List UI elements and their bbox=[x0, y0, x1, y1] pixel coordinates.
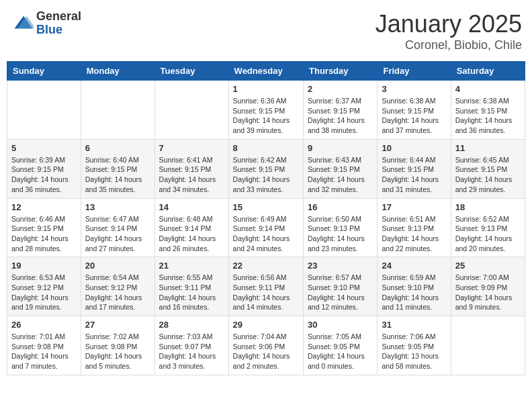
day-info: Sunrise: 6:51 AMSunset: 9:13 PMDaylight:… bbox=[382, 214, 446, 254]
calendar-cell: 5Sunrise: 6:39 AMSunset: 9:15 PMDaylight… bbox=[7, 139, 81, 198]
calendar-cell: 25Sunrise: 7:00 AMSunset: 9:09 PMDayligh… bbox=[451, 257, 525, 316]
calendar-cell: 6Sunrise: 6:40 AMSunset: 9:15 PMDaylight… bbox=[81, 139, 154, 198]
calendar-cell: 17Sunrise: 6:51 AMSunset: 9:13 PMDayligh… bbox=[378, 198, 451, 257]
calendar-cell: 22Sunrise: 6:56 AMSunset: 9:11 PMDayligh… bbox=[228, 257, 303, 316]
calendar-cell bbox=[154, 81, 228, 140]
calendar-week-row: 1Sunrise: 6:36 AMSunset: 9:15 PMDaylight… bbox=[7, 81, 525, 140]
day-info: Sunrise: 6:40 AMSunset: 9:15 PMDaylight:… bbox=[85, 155, 150, 195]
day-number: 6 bbox=[85, 143, 150, 153]
calendar-cell bbox=[7, 81, 81, 140]
weekday-header: Saturday bbox=[451, 62, 525, 81]
day-number: 1 bbox=[233, 84, 299, 94]
weekday-header: Thursday bbox=[304, 62, 378, 81]
weekday-header: Friday bbox=[378, 62, 451, 81]
calendar-cell: 20Sunrise: 6:54 AMSunset: 9:12 PMDayligh… bbox=[81, 257, 154, 316]
calendar-cell: 26Sunrise: 7:01 AMSunset: 9:08 PMDayligh… bbox=[7, 316, 81, 375]
title-section: January 2025 Coronel, Biobio, Chile bbox=[375, 10, 522, 52]
calendar-cell: 13Sunrise: 6:47 AMSunset: 9:14 PMDayligh… bbox=[81, 198, 154, 257]
day-number: 23 bbox=[308, 261, 373, 271]
calendar-cell: 19Sunrise: 6:53 AMSunset: 9:12 PMDayligh… bbox=[7, 257, 81, 316]
calendar-cell: 9Sunrise: 6:43 AMSunset: 9:15 PMDaylight… bbox=[304, 139, 378, 198]
weekday-header: Tuesday bbox=[154, 62, 228, 81]
weekday-header: Sunday bbox=[7, 62, 81, 81]
calendar-cell: 23Sunrise: 6:57 AMSunset: 9:10 PMDayligh… bbox=[304, 257, 378, 316]
calendar-week-row: 5Sunrise: 6:39 AMSunset: 9:15 PMDaylight… bbox=[7, 139, 525, 198]
day-number: 18 bbox=[455, 202, 521, 212]
day-number: 17 bbox=[382, 202, 446, 212]
weekday-header: Monday bbox=[81, 62, 154, 81]
day-number: 10 bbox=[382, 143, 446, 153]
page-header: General Blue January 2025 Coronel, Biobi… bbox=[7, 7, 525, 56]
day-number: 29 bbox=[233, 320, 299, 330]
calendar-week-row: 26Sunrise: 7:01 AMSunset: 9:08 PMDayligh… bbox=[7, 316, 525, 375]
day-info: Sunrise: 7:04 AMSunset: 9:06 PMDaylight:… bbox=[233, 332, 299, 371]
calendar-cell: 7Sunrise: 6:41 AMSunset: 9:15 PMDaylight… bbox=[154, 139, 228, 198]
day-info: Sunrise: 7:03 AMSunset: 9:07 PMDaylight:… bbox=[159, 332, 224, 371]
calendar-cell: 2Sunrise: 6:37 AMSunset: 9:15 PMDaylight… bbox=[304, 81, 378, 140]
calendar-cell: 18Sunrise: 6:52 AMSunset: 9:13 PMDayligh… bbox=[451, 198, 525, 257]
day-info: Sunrise: 6:38 AMSunset: 9:15 PMDaylight:… bbox=[382, 96, 446, 136]
day-number: 12 bbox=[11, 202, 77, 212]
calendar-cell: 11Sunrise: 6:45 AMSunset: 9:15 PMDayligh… bbox=[451, 139, 525, 198]
logo: General Blue bbox=[13, 10, 81, 37]
calendar-cell bbox=[451, 316, 525, 375]
day-number: 31 bbox=[382, 320, 446, 330]
day-number: 8 bbox=[233, 143, 299, 153]
calendar-cell bbox=[81, 81, 154, 140]
logo-general-text: General bbox=[36, 10, 81, 24]
calendar-table: SundayMondayTuesdayWednesdayThursdayFrid… bbox=[7, 61, 525, 375]
calendar-cell: 12Sunrise: 6:46 AMSunset: 9:15 PMDayligh… bbox=[7, 198, 81, 257]
day-number: 16 bbox=[308, 202, 373, 212]
logo-blue-text: Blue bbox=[36, 24, 81, 37]
day-info: Sunrise: 6:50 AMSunset: 9:13 PMDaylight:… bbox=[308, 214, 373, 254]
day-info: Sunrise: 6:54 AMSunset: 9:12 PMDaylight:… bbox=[85, 273, 150, 312]
calendar-week-row: 12Sunrise: 6:46 AMSunset: 9:15 PMDayligh… bbox=[7, 198, 525, 257]
day-info: Sunrise: 6:45 AMSunset: 9:15 PMDaylight:… bbox=[455, 155, 521, 195]
day-number: 28 bbox=[159, 320, 224, 330]
day-number: 24 bbox=[382, 261, 446, 271]
day-info: Sunrise: 6:48 AMSunset: 9:14 PMDaylight:… bbox=[159, 214, 224, 254]
day-number: 26 bbox=[11, 320, 77, 330]
day-info: Sunrise: 7:00 AMSunset: 9:09 PMDaylight:… bbox=[455, 273, 521, 312]
calendar-cell: 10Sunrise: 6:44 AMSunset: 9:15 PMDayligh… bbox=[378, 139, 451, 198]
day-info: Sunrise: 6:37 AMSunset: 9:15 PMDaylight:… bbox=[308, 96, 373, 136]
day-number: 21 bbox=[159, 261, 224, 271]
day-info: Sunrise: 7:06 AMSunset: 9:05 PMDaylight:… bbox=[382, 332, 446, 371]
day-number: 7 bbox=[159, 143, 224, 153]
location-title: Coronel, Biobio, Chile bbox=[375, 38, 522, 52]
day-info: Sunrise: 6:55 AMSunset: 9:11 PMDaylight:… bbox=[159, 273, 224, 312]
day-number: 9 bbox=[308, 143, 373, 153]
day-info: Sunrise: 6:39 AMSunset: 9:15 PMDaylight:… bbox=[11, 155, 77, 195]
day-info: Sunrise: 6:43 AMSunset: 9:15 PMDaylight:… bbox=[308, 155, 373, 195]
calendar-cell: 21Sunrise: 6:55 AMSunset: 9:11 PMDayligh… bbox=[154, 257, 228, 316]
day-number: 5 bbox=[11, 143, 77, 153]
calendar-cell: 14Sunrise: 6:48 AMSunset: 9:14 PMDayligh… bbox=[154, 198, 228, 257]
calendar-cell: 29Sunrise: 7:04 AMSunset: 9:06 PMDayligh… bbox=[228, 316, 303, 375]
calendar-cell: 15Sunrise: 6:49 AMSunset: 9:14 PMDayligh… bbox=[228, 198, 303, 257]
calendar-cell: 8Sunrise: 6:42 AMSunset: 9:15 PMDaylight… bbox=[228, 139, 303, 198]
day-number: 27 bbox=[85, 320, 150, 330]
day-info: Sunrise: 6:53 AMSunset: 9:12 PMDaylight:… bbox=[11, 273, 77, 312]
day-number: 11 bbox=[455, 143, 521, 153]
day-number: 14 bbox=[159, 202, 224, 212]
day-info: Sunrise: 6:57 AMSunset: 9:10 PMDaylight:… bbox=[308, 273, 373, 312]
calendar-cell: 4Sunrise: 6:38 AMSunset: 9:15 PMDaylight… bbox=[451, 81, 525, 140]
calendar-cell: 30Sunrise: 7:05 AMSunset: 9:05 PMDayligh… bbox=[304, 316, 378, 375]
day-info: Sunrise: 6:52 AMSunset: 9:13 PMDaylight:… bbox=[455, 214, 521, 254]
day-info: Sunrise: 6:42 AMSunset: 9:15 PMDaylight:… bbox=[233, 155, 299, 195]
day-info: Sunrise: 7:05 AMSunset: 9:05 PMDaylight:… bbox=[308, 332, 373, 371]
day-number: 15 bbox=[233, 202, 299, 212]
day-info: Sunrise: 6:38 AMSunset: 9:15 PMDaylight:… bbox=[455, 96, 521, 136]
day-info: Sunrise: 6:36 AMSunset: 9:15 PMDaylight:… bbox=[233, 96, 299, 136]
logo-icon bbox=[13, 13, 34, 34]
calendar-cell: 31Sunrise: 7:06 AMSunset: 9:05 PMDayligh… bbox=[378, 316, 451, 375]
calendar-cell: 28Sunrise: 7:03 AMSunset: 9:07 PMDayligh… bbox=[154, 316, 228, 375]
day-number: 25 bbox=[455, 261, 521, 271]
day-number: 2 bbox=[308, 84, 373, 94]
day-number: 4 bbox=[455, 84, 521, 94]
day-number: 13 bbox=[85, 202, 150, 212]
day-info: Sunrise: 6:56 AMSunset: 9:11 PMDaylight:… bbox=[233, 273, 299, 312]
calendar-week-row: 19Sunrise: 6:53 AMSunset: 9:12 PMDayligh… bbox=[7, 257, 525, 316]
day-info: Sunrise: 6:41 AMSunset: 9:15 PMDaylight:… bbox=[159, 155, 224, 195]
day-info: Sunrise: 7:01 AMSunset: 9:08 PMDaylight:… bbox=[11, 332, 77, 371]
